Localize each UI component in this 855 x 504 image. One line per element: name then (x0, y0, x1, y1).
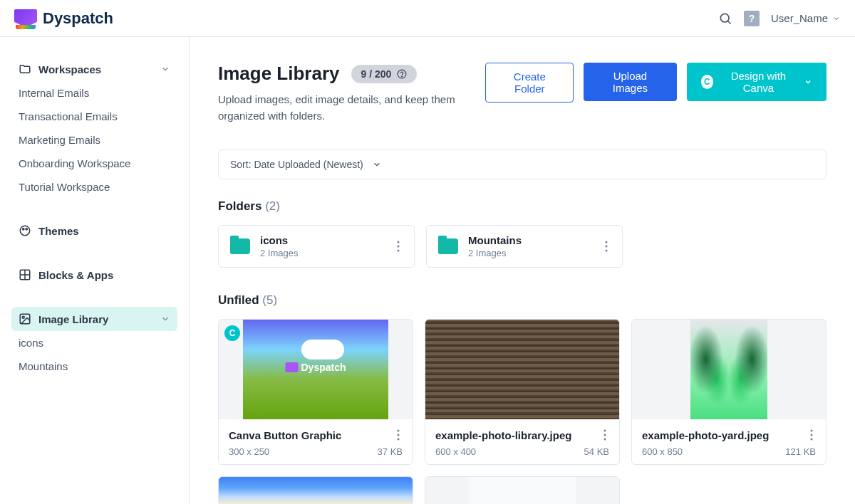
image-card[interactable] (425, 476, 620, 504)
more-icon[interactable] (807, 426, 816, 443)
svg-point-11 (402, 75, 403, 76)
brand-name: Dyspatch (43, 9, 113, 28)
nav-library-folder[interactable]: icons (11, 331, 177, 355)
image-card[interactable]: example-photo-yard.jpeg 600 x 850 121 KB (631, 319, 826, 465)
folders-heading: Folders (2) (218, 199, 826, 214)
sidebar: Workspaces Internal Emails Transactional… (0, 37, 190, 504)
image-dimensions: 600 x 850 (642, 446, 683, 457)
svg-point-12 (398, 241, 400, 243)
folder-icon (19, 63, 31, 75)
nav-label: Image Library (38, 313, 108, 325)
usage-count: 9 / 200 (361, 68, 392, 80)
nav-label: Workspaces (38, 63, 101, 75)
svg-point-15 (606, 241, 608, 243)
chevron-down-icon (832, 14, 841, 23)
svg-point-0 (720, 14, 729, 22)
chevron-down-icon (804, 77, 812, 87)
more-icon[interactable] (601, 426, 609, 443)
svg-point-14 (398, 250, 400, 252)
image-card[interactable]: Dyspatch C Canva Button Graphic 300 x 25… (218, 319, 413, 465)
more-icon[interactable] (602, 238, 611, 255)
image-size: 54 KB (584, 446, 609, 457)
unfiled-heading: Unfiled (5) (218, 293, 826, 308)
image-thumbnail (425, 477, 619, 504)
image-card[interactable]: example-photo-library.jpeg 600 x 400 54 … (425, 319, 620, 465)
nav-label: Themes (38, 225, 79, 237)
nav-workspace-item[interactable]: Onboarding Workspace (11, 152, 177, 175)
upload-images-button[interactable]: Upload Images (584, 63, 676, 101)
folder-meta: 2 Images (260, 248, 384, 258)
nav-label: Blocks & Apps (38, 269, 113, 281)
image-thumbnail: Dyspatch C (219, 320, 413, 419)
chevron-down-icon (160, 64, 170, 74)
folder-name: icons (260, 234, 384, 246)
svg-point-4 (26, 229, 27, 230)
design-canva-button[interactable]: C Design with Canva (687, 63, 826, 101)
image-size: 121 KB (785, 446, 816, 457)
image-dimensions: 600 x 400 (435, 446, 476, 457)
topbar: Dyspatch ? User_Name (0, 0, 855, 37)
svg-line-1 (728, 21, 731, 23)
nav-workspace-item[interactable]: Internal Emails (11, 81, 177, 105)
grid-icon (19, 268, 31, 281)
page-title: Image Library (218, 63, 340, 85)
chevron-down-icon (160, 314, 170, 324)
user-menu[interactable]: User_Name (771, 12, 841, 24)
more-icon[interactable] (394, 238, 403, 255)
nav-workspace-item[interactable]: Tutorial Workspace (11, 175, 177, 199)
sort-label: Sort: Date Uploaded (Newest) (230, 159, 363, 170)
folder-icon (438, 238, 458, 254)
image-dimensions: 300 x 250 (229, 446, 269, 457)
canva-badge-icon: C (224, 325, 240, 341)
svg-point-16 (606, 246, 608, 248)
nav-workspace-item[interactable]: Transactional Emails (11, 105, 177, 128)
nav-blocks[interactable]: Blocks & Apps (11, 263, 177, 287)
folder-icon (230, 238, 250, 254)
svg-point-24 (811, 430, 813, 432)
usage-pill: 9 / 200 (351, 65, 418, 83)
folder-card[interactable]: icons 2 Images (218, 225, 415, 268)
image-thumbnail (632, 320, 826, 419)
folder-meta: 2 Images (468, 248, 592, 258)
chevron-down-icon (372, 159, 382, 169)
svg-point-20 (398, 439, 400, 441)
nav-workspace-item[interactable]: Marketing Emails (11, 128, 177, 152)
svg-point-22 (604, 434, 606, 436)
svg-point-2 (20, 226, 30, 236)
svg-point-26 (811, 439, 813, 441)
svg-point-9 (22, 316, 24, 318)
logo-icon (14, 9, 37, 28)
svg-point-3 (23, 229, 24, 230)
image-name: example-photo-library.jpeg (435, 429, 601, 441)
nav-library-folder[interactable]: Mountains (11, 355, 177, 378)
image-card[interactable] (218, 476, 413, 504)
info-icon[interactable] (397, 69, 407, 79)
canva-icon: C (701, 75, 714, 89)
palette-icon (19, 224, 31, 237)
nav-image-library[interactable]: Image Library (11, 307, 177, 331)
search-icon[interactable] (718, 11, 732, 26)
svg-point-18 (398, 430, 400, 432)
svg-point-21 (604, 430, 606, 432)
image-thumbnail (219, 477, 413, 504)
image-size: 37 KB (378, 446, 403, 457)
nav-themes[interactable]: Themes (11, 219, 177, 243)
image-name: example-photo-yard.jpeg (642, 429, 807, 441)
page-subtitle: Upload images, edit image details, and k… (218, 92, 468, 124)
user-name: User_Name (771, 12, 828, 24)
main-content: Image Library 9 / 200 Upload images, edi… (190, 37, 855, 504)
folder-name: Mountains (468, 234, 592, 246)
create-folder-button[interactable]: Create Folder (485, 63, 574, 103)
brand-logo[interactable]: Dyspatch (14, 9, 113, 28)
svg-point-17 (606, 250, 608, 252)
svg-point-13 (398, 246, 400, 248)
nav-workspaces[interactable]: Workspaces (11, 57, 177, 81)
folder-card[interactable]: Mountains 2 Images (426, 225, 623, 268)
svg-point-19 (398, 434, 400, 436)
sort-dropdown[interactable]: Sort: Date Uploaded (Newest) (218, 149, 826, 179)
image-thumbnail (425, 320, 619, 419)
image-icon (19, 313, 31, 325)
help-icon[interactable]: ? (744, 11, 760, 26)
svg-point-23 (604, 439, 606, 441)
more-icon[interactable] (394, 426, 403, 443)
